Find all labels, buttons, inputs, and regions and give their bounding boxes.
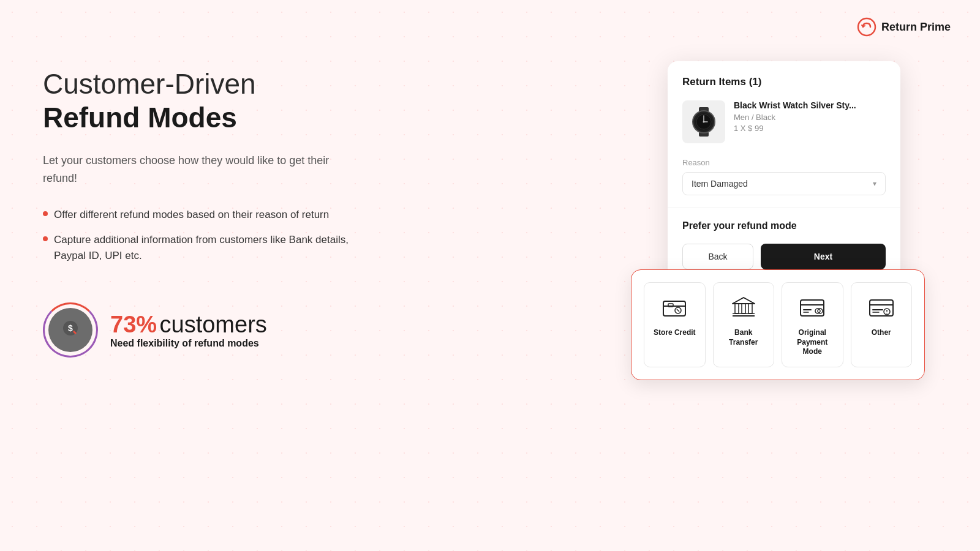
refund-option-store-credit[interactable]: Store Credit [644,282,706,367]
stats-customers: customers [160,312,267,337]
original-payment-label: Original Payment Mode [788,328,837,357]
subtitle: Let your customers choose how they would… [43,152,361,187]
bullet-dot-1 [43,211,48,216]
other-icon [867,293,896,322]
back-button[interactable]: Back [682,244,753,269]
stats-subtitle: Need flexibility of refund modes [110,338,267,349]
reason-label: Reason [682,158,886,167]
product-price: 1 X $ 99 [734,124,886,133]
svg-text:$: $ [68,323,73,333]
main-card: Return Items (1) Black Wrist Watch Silve… [668,61,900,284]
store-credit-icon [660,293,689,322]
svg-rect-18 [742,304,745,313]
svg-point-0 [858,18,875,36]
svg-line-15 [677,309,679,312]
original-payment-icon [797,293,827,322]
bullet-list: Offer different refund modes based on th… [43,207,361,264]
stats-percent: 73% [110,312,157,337]
left-content: Customer-Driven Refund Modes Let your cu… [43,67,361,358]
product-name: Black Wrist Watch Silver Sty... [734,100,886,110]
reason-dropdown[interactable]: Item Damaged ▾ [682,172,886,195]
product-image [682,100,725,143]
other-label: Other [872,328,891,338]
refund-mode-title: Prefer your refund mode [682,220,886,231]
logo: Return Prime [857,17,951,37]
product-variant: Men / Black [734,113,886,122]
svg-marker-16 [733,298,755,304]
svg-rect-17 [735,304,739,313]
svg-rect-19 [748,304,752,313]
bank-transfer-icon [729,293,758,322]
svg-rect-11 [663,301,685,316]
bullet-item-2: Capture additional information from cust… [43,232,361,263]
headline-light: Customer-Driven [43,67,361,101]
reason-value: Item Damaged [692,179,748,189]
card-title: Return Items (1) [682,76,886,88]
svg-point-34 [886,313,888,314]
bullet-dot-2 [43,236,48,241]
stats-circle-inner: $ [48,308,92,352]
refund-option-bank-transfer[interactable]: Bank Transfer [713,282,775,367]
product-info: Black Wrist Watch Silver Sty... Men / Bl… [734,100,886,133]
stats-section: $ 73% customers Need flexibility of refu… [43,302,361,358]
next-button[interactable]: Next [761,244,886,269]
divider [668,208,900,208]
refund-option-original-payment[interactable]: Original Payment Mode [782,282,843,367]
dollar-icon: $ [62,320,79,341]
stats-text-block: 73% customers Need flexibility of refund… [110,312,267,349]
refund-option-other[interactable]: Other [851,282,913,367]
stats-headline: 73% customers [110,312,267,338]
watch-svg [687,105,721,139]
card-buttons: Back Next [682,244,886,269]
right-panel: Return Items (1) Black Wrist Watch Silve… [668,61,900,284]
refund-options: Store Credit Bank Transfer [644,282,912,367]
svg-point-10 [703,121,705,123]
refund-mode-card: Store Credit Bank Transfer [631,269,925,380]
stats-circle: $ [43,302,98,358]
bullet-item-1: Offer different refund modes based on th… [43,207,361,223]
headline-bold: Refund Modes [43,101,361,135]
svg-rect-13 [668,304,673,307]
logo-text: Return Prime [881,21,951,34]
store-credit-label: Store Credit [654,328,696,338]
bank-transfer-label: Bank Transfer [720,328,768,347]
logo-icon [857,17,876,37]
dropdown-chevron-icon: ▾ [873,179,876,188]
product-row: Black Wrist Watch Silver Sty... Men / Bl… [682,100,886,143]
